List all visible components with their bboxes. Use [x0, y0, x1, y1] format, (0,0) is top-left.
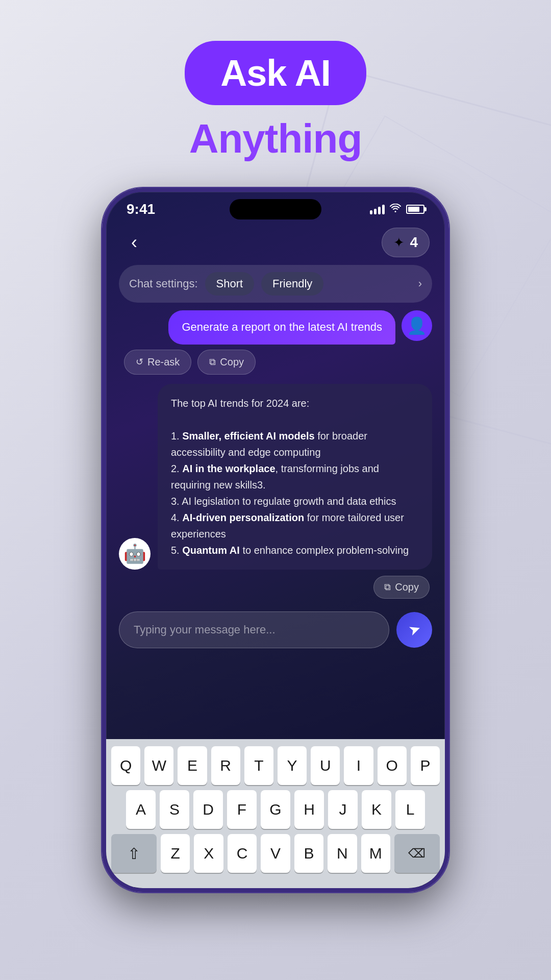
back-arrow-icon: ‹ [131, 232, 137, 253]
phone-mockup: 9:41 [0, 188, 551, 892]
ai-message-row: 🤖 The top AI trends for 2024 are: 1. Sma… [119, 384, 432, 570]
key-c[interactable]: C [228, 834, 257, 873]
ask-ai-title: Ask AI [220, 53, 330, 93]
key-w[interactable]: W [144, 746, 173, 785]
copy-button[interactable]: ⧉ Copy [197, 350, 256, 375]
ai-copy-row: ⧉ Copy [119, 576, 432, 599]
send-icon: ➤ [406, 620, 423, 640]
key-q[interactable]: Q [111, 746, 140, 785]
ai-avatar: 🤖 [119, 538, 151, 570]
chat-settings-bar[interactable]: Chat settings: Short Friendly › [119, 265, 432, 303]
message-input[interactable]: Typing your message here... [119, 611, 389, 648]
user-avatar-icon: 👤 [407, 316, 427, 335]
key-l[interactable]: L [395, 790, 425, 829]
copy-label: Copy [220, 356, 244, 368]
message-actions: ↺ Re-ask ⧉ Copy [119, 350, 432, 375]
key-v[interactable]: V [261, 834, 290, 873]
reask-icon: ↺ [136, 356, 143, 368]
mode-friendly-pill[interactable]: Friendly [261, 272, 323, 296]
anything-subtitle: Anything [189, 115, 362, 162]
input-placeholder: Typing your message here... [134, 623, 276, 636]
key-x[interactable]: X [194, 834, 223, 873]
ai-bubble: The top AI trends for 2024 are: 1. Small… [158, 384, 432, 570]
ai-copy-button[interactable]: ⧉ Copy [373, 576, 430, 599]
credits-badge[interactable]: ✦ 4 [382, 228, 430, 257]
key-g[interactable]: G [261, 790, 290, 829]
input-area: Typing your message here... ➤ [106, 606, 445, 657]
key-k[interactable]: K [362, 790, 391, 829]
key-s[interactable]: S [160, 790, 189, 829]
key-b[interactable]: B [294, 834, 323, 873]
messages-area: Generate a report on the latest AI trend… [106, 310, 445, 606]
credits-count: 4 [410, 234, 418, 251]
reask-label: Re-ask [147, 356, 180, 368]
keyboard-row-1: Q W E R T Y U I O P [111, 746, 440, 785]
user-bubble: Generate a report on the latest AI trend… [168, 310, 395, 345]
key-n[interactable]: N [328, 834, 357, 873]
settings-chevron-icon[interactable]: › [418, 277, 422, 290]
key-a[interactable]: A [126, 790, 156, 829]
sparkle-icon: ✦ [393, 235, 405, 251]
dynamic-island [230, 199, 321, 219]
chat-header: ‹ ✦ 4 [106, 223, 445, 265]
key-f[interactable]: F [227, 790, 257, 829]
phone-screen: 9:41 [102, 188, 449, 892]
status-bar: 9:41 [106, 192, 445, 223]
ask-ai-badge: Ask AI [185, 41, 366, 105]
backspace-key[interactable]: ⌫ [394, 834, 440, 873]
key-m[interactable]: M [361, 834, 390, 873]
ai-message-text: The top AI trends for 2024 are: 1. Small… [171, 395, 419, 558]
key-u[interactable]: U [311, 746, 340, 785]
status-icons [370, 204, 424, 215]
copy-icon: ⧉ [209, 357, 216, 368]
key-j[interactable]: J [328, 790, 358, 829]
copy-sm-icon: ⧉ [384, 582, 391, 593]
ai-avatar-icon: 🤖 [123, 543, 146, 565]
key-i[interactable]: I [344, 746, 373, 785]
key-p[interactable]: P [411, 746, 440, 785]
copy-sm-label: Copy [395, 581, 419, 593]
chat-settings-label: Chat settings: [129, 277, 198, 290]
user-message-row: Generate a report on the latest AI trend… [119, 310, 432, 345]
key-h[interactable]: H [294, 790, 324, 829]
shift-key[interactable]: ⇧ [111, 834, 157, 873]
key-e[interactable]: E [178, 746, 207, 785]
key-r[interactable]: R [211, 746, 240, 785]
signal-icon [370, 204, 385, 214]
keyboard-row-3: ⇧ Z X C V B N M ⌫ [111, 834, 440, 873]
battery-icon [406, 205, 424, 214]
send-button[interactable]: ➤ [396, 612, 432, 648]
keyboard: Q W E R T Y U I O P A S D F G H J K [106, 739, 445, 888]
key-o[interactable]: O [378, 746, 407, 785]
mode-short-pill[interactable]: Short [205, 272, 255, 296]
keyboard-row-2: A S D F G H J K L [111, 790, 440, 829]
key-z[interactable]: Z [161, 834, 190, 873]
wifi-icon [390, 204, 401, 215]
user-message-text: Generate a report on the latest AI trend… [182, 321, 382, 333]
key-y[interactable]: Y [278, 746, 307, 785]
user-avatar: 👤 [402, 310, 432, 341]
key-t[interactable]: T [244, 746, 273, 785]
reask-button[interactable]: ↺ Re-ask [124, 350, 191, 375]
status-time: 9:41 [127, 201, 155, 217]
back-button[interactable]: ‹ [121, 230, 147, 255]
key-d[interactable]: D [193, 790, 223, 829]
